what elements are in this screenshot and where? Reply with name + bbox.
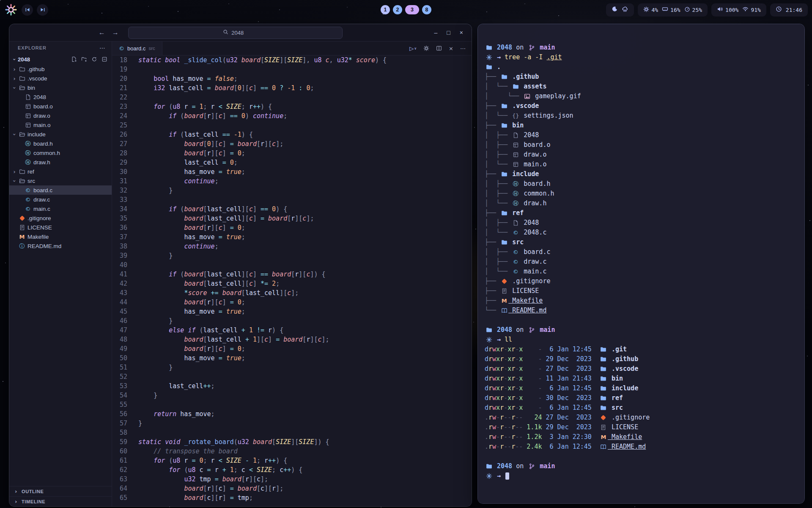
h-icon: Ⓗ (24, 140, 32, 147)
file-tree-item-.gitignore[interactable]: .gitignore (9, 213, 112, 223)
timeline-section[interactable]: › TIMELINE (9, 496, 112, 506)
settings-gear-icon[interactable] (423, 45, 429, 51)
code-line: 57} (112, 419, 472, 428)
code-line: 65 board[c][r] = tmp; (112, 493, 472, 502)
code-line: 31 continue; (112, 177, 472, 186)
file-tree-item-common.h[interactable]: Ⓗcommon.h (9, 148, 112, 157)
explorer-more-icon[interactable]: ⋯ (99, 44, 106, 51)
minimize-button[interactable]: – (434, 29, 438, 36)
line-number: 40 (112, 260, 127, 270)
obj-icon (24, 121, 32, 128)
outline-section[interactable]: › OUTLINE (9, 486, 112, 496)
file-tree-item-board.h[interactable]: Ⓗboard.h (9, 139, 112, 148)
git-icon (599, 414, 608, 421)
make-icon: M (18, 233, 26, 240)
terminal-prompt: 2048 on main (485, 461, 798, 471)
file-tree-item-bin[interactable]: ›bin (9, 83, 112, 92)
refresh-icon[interactable] (91, 56, 97, 62)
search-input[interactable] (231, 30, 247, 36)
tree-row: ├── .vscode (485, 101, 798, 111)
file-tree-item-draw.o[interactable]: draw.o (9, 111, 112, 120)
file-tree-item-README.md[interactable]: ⓘREADME.md (9, 241, 112, 251)
line-number: 34 (112, 204, 127, 214)
file-tree-item-2048[interactable]: 2048 (9, 92, 112, 102)
line-number: 57 (112, 419, 127, 428)
file-tree-item-Makefile[interactable]: MMakefile (9, 232, 112, 241)
system-logo-icon[interactable] (4, 3, 18, 17)
file-tree-item-main.c[interactable]: ©main.c (9, 204, 112, 213)
tree-row: │ ├── 2048 (485, 218, 798, 228)
line-number: 43 (112, 288, 127, 298)
code-line: 42 board[last_cell][c] *= 2; (112, 279, 472, 288)
folder-icon (500, 122, 508, 129)
audio-network[interactable]: 100% 91% (711, 3, 766, 17)
workspace-1[interactable]: 1 (381, 5, 390, 14)
speaker-icon (717, 6, 723, 14)
code-line: 33 (112, 195, 472, 204)
c-icon: © (24, 196, 32, 203)
code-line: 35 board[last_cell][c] = board[r][c]; (112, 214, 472, 223)
file-tree-item-board.c[interactable]: ©board.c (9, 185, 112, 195)
workspace-3[interactable]: 3 (405, 5, 419, 14)
memory-stat: 16% (662, 6, 680, 14)
collapse-all-icon[interactable] (102, 56, 107, 62)
file-tree-item-main.o[interactable]: main.o (9, 120, 112, 130)
c-icon: © (511, 268, 520, 275)
git-icon (500, 278, 508, 285)
clock-widget[interactable]: 21:46 (770, 3, 808, 17)
terminal-cursor[interactable] (505, 472, 509, 480)
editor-more-icon[interactable]: ⋯ (460, 45, 466, 52)
file-tree-item-board.o[interactable]: board.o (9, 102, 112, 111)
new-folder-icon[interactable] (81, 56, 87, 62)
file-tree-item-LICENSE[interactable]: LICENSE (9, 223, 112, 232)
terminal-window[interactable]: 2048 on main → tree -a -I .git .├── .git… (478, 24, 804, 503)
code-line: 44 board[r][c] = 0; (112, 298, 472, 307)
file-tree-item-src[interactable]: ›src (9, 176, 112, 185)
file-tree-item-include[interactable]: ›include (9, 130, 112, 139)
system-stats[interactable]: 4% 16% 25% (638, 3, 708, 17)
skip-forward-button[interactable] (37, 4, 48, 16)
workspace-2[interactable]: 2 (393, 5, 402, 14)
close-editor-icon[interactable]: × (449, 45, 453, 52)
line-number: 56 (112, 409, 127, 419)
weather-widget[interactable] (606, 3, 634, 17)
split-editor-icon[interactable] (436, 45, 442, 51)
tree-row: │ └── © main.c (485, 267, 798, 276)
code-line: 34 if (board[last_cell][c] == 0) { (112, 204, 472, 214)
run-button[interactable]: ▷∨ (409, 45, 417, 52)
cpu-value: 4% (651, 7, 658, 13)
code-area[interactable]: 18static bool _slide_col(u32 board[SIZE]… (112, 55, 472, 506)
c-icon: © (511, 259, 520, 265)
close-button[interactable]: × (460, 29, 463, 36)
tab-board-c[interactable]: © board.c src (112, 41, 162, 55)
code-line: 55 (112, 400, 472, 409)
tree-row: ├── M Makefile (485, 296, 798, 306)
line-number: 19 (112, 65, 127, 74)
skip-back-button[interactable] (22, 4, 33, 16)
snow-icon (485, 337, 493, 343)
chevron-down-icon: › (11, 84, 18, 91)
file-tree-item-draw.h[interactable]: Ⓗdraw.h (9, 157, 112, 167)
file-name: bin (27, 85, 35, 91)
file-tree-item-draw.c[interactable]: ©draw.c (9, 195, 112, 204)
new-file-icon[interactable] (71, 56, 77, 62)
file-icon (24, 94, 32, 100)
folder-icon (485, 327, 493, 334)
file-tree-item-.github[interactable]: ›.github (9, 64, 112, 74)
editor-actions: ▷∨ × ⋯ (409, 45, 466, 52)
code-line: 20 bool has_move = false; (112, 74, 472, 83)
folder-icon (485, 64, 493, 71)
volume-stat: 100% (717, 6, 738, 14)
branch-icon (527, 44, 536, 51)
line-number: 37 (112, 232, 127, 242)
file-tree-item-.vscode[interactable]: ›.vscode (9, 74, 112, 83)
file-tree-item-ref[interactable]: ›ref (9, 167, 112, 176)
nav-back-button[interactable]: ← (99, 29, 105, 36)
maximize-button[interactable]: □ (447, 29, 450, 36)
nav-forward-button[interactable]: → (112, 29, 119, 36)
line-number: 60 (112, 447, 127, 456)
terminal-blank-line (485, 452, 798, 461)
workspace-8[interactable]: 8 (422, 5, 431, 14)
project-root[interactable]: › 2048 (9, 54, 112, 64)
command-center-search[interactable] (128, 27, 343, 39)
